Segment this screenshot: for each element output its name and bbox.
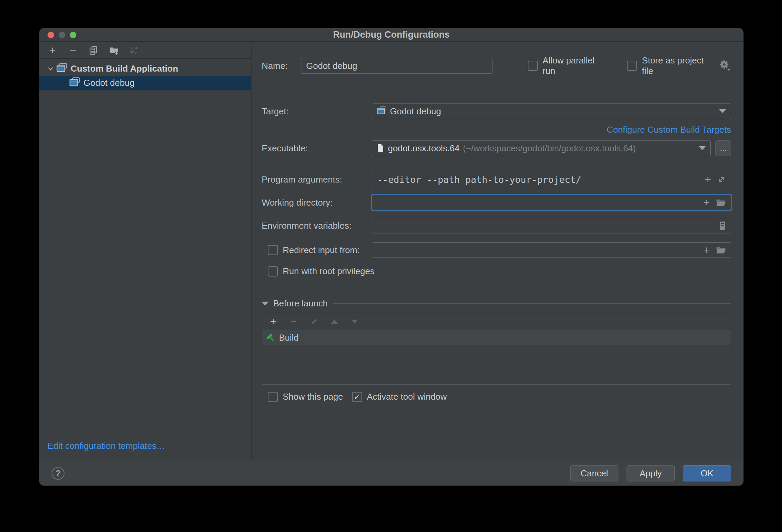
redirect-input-label: Redirect input from: <box>283 245 360 255</box>
before-launch-title: Before launch <box>273 298 328 309</box>
edit-configuration-templates-link[interactable]: Edit configuration templates… <box>39 441 251 461</box>
working-directory-label: Working directory: <box>262 197 372 208</box>
section-divider <box>333 303 731 304</box>
redirect-input-field[interactable]: + <box>372 242 731 258</box>
tree-parent-label: Custom Build Application <box>71 63 178 74</box>
target-label: Target: <box>262 106 372 117</box>
remove-configuration-icon[interactable]: − <box>68 45 78 55</box>
apply-button[interactable]: Apply <box>627 465 675 481</box>
name-input[interactable] <box>301 58 492 74</box>
new-folder-icon[interactable] <box>109 45 119 55</box>
before-launch-task-build[interactable]: Build <box>262 330 731 345</box>
hammer-icon <box>265 332 276 343</box>
sidebar-toolbar: + − <box>39 42 251 59</box>
store-as-project-file-label: Store as project file <box>642 55 715 76</box>
browse-executable-button[interactable]: ... <box>715 140 731 156</box>
configure-custom-build-targets-link[interactable]: Configure Custom Build Targets <box>607 125 731 135</box>
edit-task-icon[interactable] <box>309 317 319 327</box>
program-arguments-input[interactable]: --editor --path path-to-your-project/ + <box>372 172 731 187</box>
copy-configuration-icon[interactable] <box>88 45 98 55</box>
chevron-down-icon <box>699 146 706 150</box>
configurations-tree: Custom Build Application Godot debug <box>39 59 251 90</box>
file-icon <box>377 144 384 153</box>
zoom-window-button[interactable] <box>70 32 76 38</box>
environment-variables-input[interactable] <box>372 218 731 233</box>
title-bar: Run/Debug Configurations <box>39 28 743 42</box>
target-dropdown[interactable]: Godot debug <box>372 103 731 119</box>
working-directory-input[interactable]: + <box>372 195 731 210</box>
configurations-sidebar: + − <box>39 42 252 461</box>
activate-tool-window-checkbox[interactable]: ✓ <box>352 392 362 402</box>
ok-button[interactable]: OK <box>683 465 731 481</box>
store-as-project-file-checkbox[interactable] <box>627 61 637 71</box>
tree-item-godot-debug-selected[interactable]: Godot debug <box>39 76 251 90</box>
allow-parallel-run-checkbox[interactable] <box>528 61 538 71</box>
redirect-input-checkbox[interactable] <box>268 245 278 255</box>
run-configuration-icon <box>377 106 387 117</box>
expand-field-icon[interactable] <box>717 175 726 184</box>
traffic-lights <box>48 32 76 38</box>
dialog-title: Run/Debug Configurations <box>333 30 449 40</box>
add-configuration-icon[interactable]: + <box>48 45 58 55</box>
add-macro-icon[interactable]: + <box>703 245 710 255</box>
add-macro-icon[interactable]: + <box>703 197 710 208</box>
target-value: Godot debug <box>390 106 441 117</box>
executable-dropdown[interactable]: godot.osx.tools.64 (~/workspaces/godot/b… <box>372 140 711 156</box>
close-window-button[interactable] <box>48 32 54 38</box>
show-this-page-checkbox[interactable] <box>268 392 278 402</box>
name-label: Name: <box>262 61 301 71</box>
help-button[interactable]: ? <box>52 467 64 480</box>
before-launch-list: + − <box>262 313 731 385</box>
dialog-footer: ? Cancel Apply OK <box>39 461 743 486</box>
collapse-triangle-icon <box>262 302 268 306</box>
tree-item-custom-build-application[interactable]: Custom Build Application <box>39 61 251 76</box>
chevron-down-icon[interactable] <box>45 65 56 72</box>
executable-name: godot.osx.tools.64 <box>388 143 460 154</box>
cancel-button[interactable]: Cancel <box>570 465 618 481</box>
remove-task-icon[interactable]: − <box>288 317 299 327</box>
allow-parallel-run-label: Allow parallel run <box>543 55 608 76</box>
program-arguments-value: --editor --path path-to-your-project/ <box>377 174 581 185</box>
svg-text:a: a <box>135 45 137 50</box>
browse-folder-icon[interactable] <box>716 198 726 207</box>
edit-variables-icon[interactable] <box>719 221 726 230</box>
chevron-down-icon <box>719 109 726 113</box>
configuration-editor: Name: Allow parallel run Store as projec… <box>252 42 743 461</box>
add-task-icon[interactable]: + <box>268 317 278 327</box>
run-configuration-icon <box>69 77 80 89</box>
run-debug-configurations-dialog: Run/Debug Configurations + − <box>39 28 744 486</box>
executable-label: Executable: <box>262 143 372 154</box>
add-macro-icon[interactable]: + <box>705 174 711 185</box>
move-up-icon[interactable] <box>329 317 339 327</box>
tree-child-label: Godot debug <box>83 78 134 88</box>
environment-variables-label: Environment variables: <box>262 221 372 231</box>
move-down-icon[interactable] <box>350 317 360 327</box>
before-launch-toolbar: + − <box>262 313 731 330</box>
before-launch-header[interactable]: Before launch <box>262 298 731 309</box>
run-configuration-type-icon <box>56 63 67 75</box>
activate-tool-window-label: Activate tool window <box>367 392 447 402</box>
minimize-window-button[interactable] <box>59 32 65 38</box>
run-with-root-label: Run with root privileges <box>283 266 374 277</box>
run-with-root-checkbox[interactable] <box>268 266 278 277</box>
sort-configurations-icon[interactable]: a z <box>129 45 139 55</box>
program-arguments-label: Program arguments: <box>262 174 372 185</box>
check-mark: ✓ <box>354 392 360 402</box>
executable-path: (~/workspaces/godot/bin/godot.osx.tools.… <box>463 143 636 154</box>
browse-folder-icon[interactable] <box>716 246 726 254</box>
show-this-page-label: Show this page <box>283 392 343 402</box>
svg-text:z: z <box>135 51 137 55</box>
task-label: Build <box>279 332 299 343</box>
gear-icon[interactable] <box>720 60 731 72</box>
